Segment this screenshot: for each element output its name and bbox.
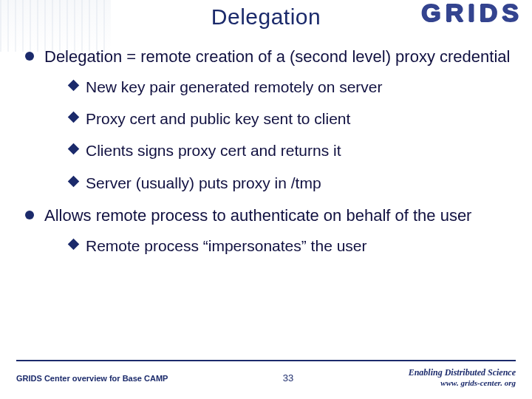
bullet-list: Delegation = remote creation of a (secon… bbox=[24, 46, 514, 256]
footer-right-text: Enabling Distributed Science www. grids-… bbox=[409, 367, 517, 389]
sub-bullet-item: Remote process “impersonates” the user bbox=[44, 236, 514, 256]
footer: GRIDS Center overview for Base CAMP 33 E… bbox=[15, 360, 517, 389]
footer-tagline: Enabling Distributed Science bbox=[409, 367, 516, 378]
sub-bullet-item: Server (usually) puts proxy in /tmp bbox=[44, 173, 514, 193]
grids-logo: GRIDS bbox=[421, 0, 523, 27]
bullet-text: Delegation = remote creation of a (secon… bbox=[44, 47, 510, 66]
content-area: Delegation = remote creation of a (secon… bbox=[24, 46, 514, 267]
bullet-text: Allows remote process to authenticate on… bbox=[44, 206, 471, 225]
sub-bullet-item: Proxy cert and public key sent to client bbox=[44, 109, 514, 129]
bullet-item: Delegation = remote creation of a (secon… bbox=[24, 46, 514, 193]
footer-url: www. grids-center. org bbox=[409, 378, 516, 389]
footer-left-text: GRIDS Center overview for Base CAMP bbox=[15, 374, 168, 383]
sub-bullet-list: Remote process “impersonates” the user bbox=[44, 236, 514, 256]
sub-bullet-list: New key pair generated remotely on serve… bbox=[44, 77, 514, 193]
footer-divider bbox=[16, 360, 516, 361]
bullet-item: Allows remote process to authenticate on… bbox=[24, 205, 514, 256]
sub-bullet-item: Clients signs proxy cert and returns it bbox=[44, 140, 514, 160]
header: Delegation GRIDS bbox=[0, 0, 532, 37]
sub-bullet-item: New key pair generated remotely on serve… bbox=[44, 77, 514, 97]
footer-row: GRIDS Center overview for Base CAMP 33 E… bbox=[15, 367, 517, 389]
page-number: 33 bbox=[273, 372, 303, 383]
